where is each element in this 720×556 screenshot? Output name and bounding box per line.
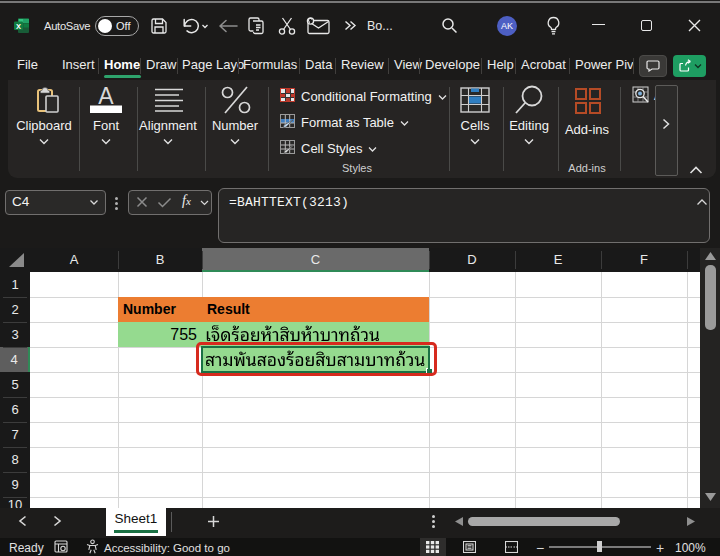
svg-text:A: A <box>98 84 114 109</box>
svg-text:X: X <box>16 22 21 31</box>
